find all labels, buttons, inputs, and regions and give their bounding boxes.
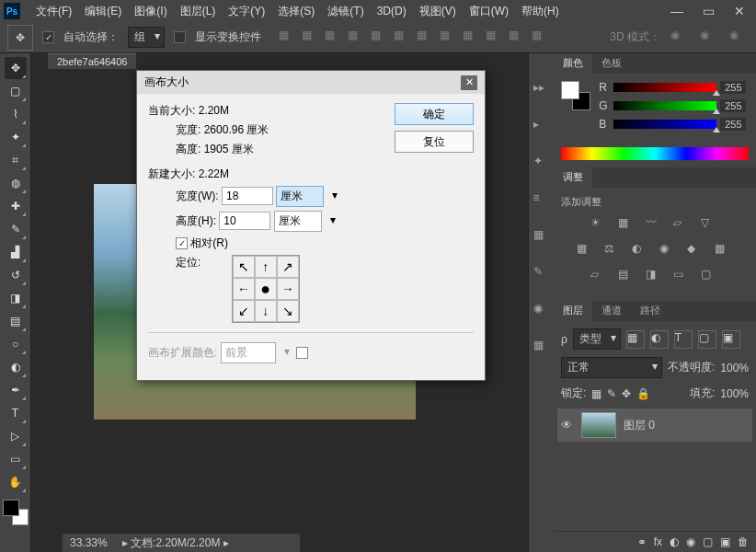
crop-tool[interactable]: ⌗ xyxy=(5,149,27,171)
menu-item[interactable]: 图层(L) xyxy=(174,5,223,17)
dialog-close-button[interactable]: ✕ xyxy=(461,75,477,90)
align-icon[interactable]: ▦ xyxy=(393,28,413,48)
opacity-value[interactable]: 100% xyxy=(720,362,749,374)
layer-thumbnail[interactable] xyxy=(581,412,616,438)
tab-channels[interactable]: 通道 xyxy=(592,301,631,321)
menu-item[interactable]: 编辑(E) xyxy=(78,5,128,17)
mode-3d-icon[interactable]: ◉ xyxy=(670,28,690,48)
align-icon[interactable]: ▦ xyxy=(439,28,459,48)
color-swatch[interactable] xyxy=(3,500,29,525)
photo-filter-icon[interactable]: ◉ xyxy=(659,242,678,260)
tab-paths[interactable]: 路径 xyxy=(631,301,670,321)
width-input[interactable] xyxy=(222,187,273,205)
b-value[interactable]: 255 xyxy=(720,118,746,131)
selective-icon[interactable]: ▢ xyxy=(701,268,719,286)
relative-checkbox[interactable] xyxy=(176,237,188,249)
auto-select-dropdown[interactable]: 组 xyxy=(128,27,165,48)
type-tool[interactable]: T xyxy=(5,402,27,424)
anchor-n[interactable]: ↑ xyxy=(255,256,277,278)
char-icon[interactable]: ✦ xyxy=(533,155,550,171)
group-icon[interactable]: ▢ xyxy=(703,535,713,548)
close-button[interactable]: ✕ xyxy=(727,3,752,19)
reset-button[interactable]: 复位 xyxy=(395,131,474,153)
width-unit-dropdown[interactable]: 厘米 xyxy=(276,186,324,207)
align-icon[interactable]: ▦ xyxy=(416,28,436,48)
height-unit-dropdown[interactable]: 厘米 xyxy=(274,211,322,232)
anchor-sw[interactable]: ↙ xyxy=(233,300,255,322)
dialog-titlebar[interactable]: 画布大小 ✕ xyxy=(137,71,485,94)
align-icon[interactable]: ▦ xyxy=(508,28,528,48)
r-slider[interactable] xyxy=(613,83,716,92)
hue-icon[interactable]: ▦ xyxy=(577,242,595,260)
align-icon[interactable]: ▦ xyxy=(531,28,551,48)
gradient-tool[interactable]: ▤ xyxy=(5,310,27,332)
align-icon[interactable]: ▦ xyxy=(462,28,482,48)
marquee-tool[interactable]: ▢ xyxy=(5,80,27,102)
ok-button[interactable]: 确定 xyxy=(395,103,474,125)
posterize-icon[interactable]: ▤ xyxy=(618,268,636,286)
fill-value[interactable]: 100% xyxy=(720,387,749,400)
vibrance-icon[interactable]: ▽ xyxy=(701,216,719,235)
height-input[interactable] xyxy=(219,212,270,230)
eyedropper-tool[interactable]: ◍ xyxy=(5,172,27,194)
eraser-tool[interactable]: ◨ xyxy=(5,287,27,309)
anchor-w[interactable]: ← xyxy=(233,278,255,300)
fg-bg-swatch[interactable] xyxy=(561,81,590,110)
hand-tool[interactable]: ✋ xyxy=(5,471,27,493)
dodge-tool[interactable]: ◐ xyxy=(5,356,27,378)
filter-shape-icon[interactable]: ▢ xyxy=(698,330,716,349)
gradient-map-icon[interactable]: ▭ xyxy=(673,268,692,286)
fill-adj-icon[interactable]: ◉ xyxy=(686,535,695,548)
heal-tool[interactable]: ✚ xyxy=(5,195,27,217)
filter-adjust-icon[interactable]: ◐ xyxy=(650,330,669,349)
transform-controls-checkbox[interactable] xyxy=(174,31,186,43)
pen-tool[interactable]: ✒ xyxy=(5,379,27,401)
brightness-icon[interactable]: ☀ xyxy=(590,216,609,235)
swatches-icon[interactable]: ▦ xyxy=(533,228,550,245)
invert-icon[interactable]: ▱ xyxy=(590,268,609,286)
exposure-icon[interactable]: ▱ xyxy=(673,216,692,235)
info-icon[interactable]: ▦ xyxy=(533,339,550,355)
menu-item[interactable]: 窗口(W) xyxy=(463,5,515,17)
layer-row[interactable]: 👁 图层 0 xyxy=(557,408,752,442)
brush-tool[interactable]: ✎ xyxy=(5,218,27,240)
new-layer-icon[interactable]: ▣ xyxy=(720,535,730,548)
anchor-se[interactable]: ↘ xyxy=(277,300,299,322)
auto-select-checkbox[interactable] xyxy=(42,31,54,43)
properties-icon[interactable]: ▸ xyxy=(533,118,550,134)
tab-layers[interactable]: 图层 xyxy=(554,301,592,321)
document-tab[interactable]: 2befe7a646406 xyxy=(48,53,136,69)
lock-paint-icon[interactable]: ✎ xyxy=(607,387,616,400)
anchor-s[interactable]: ↓ xyxy=(255,300,277,322)
threshold-icon[interactable]: ◨ xyxy=(646,268,664,286)
align-icon[interactable]: ▦ xyxy=(278,28,298,48)
visibility-icon[interactable]: 👁 xyxy=(561,419,574,431)
align-icon[interactable]: ▦ xyxy=(324,28,344,48)
minimize-button[interactable]: — xyxy=(664,3,690,19)
g-slider[interactable] xyxy=(613,101,716,110)
anchor-grid[interactable]: ↖↑↗ ←●→ ↙↓↘ xyxy=(232,255,300,323)
tab-adjustments[interactable]: 调整 xyxy=(554,167,592,188)
link-icon[interactable]: ⚭ xyxy=(637,535,647,548)
anchor-e[interactable]: → xyxy=(277,278,299,300)
anchor-center[interactable]: ● xyxy=(255,278,277,300)
lock-move-icon[interactable]: ✥ xyxy=(622,387,631,400)
fx-icon[interactable]: fx xyxy=(654,535,662,548)
move-tool[interactable]: ✥ xyxy=(5,57,27,79)
b-slider[interactable] xyxy=(613,120,716,129)
channel-mixer-icon[interactable]: ◆ xyxy=(687,242,705,260)
filter-kind-dropdown[interactable]: 类型 xyxy=(573,328,621,350)
tab-swatches[interactable]: 色板 xyxy=(592,53,631,74)
g-value[interactable]: 255 xyxy=(720,99,746,112)
history-brush-tool[interactable]: ↺ xyxy=(5,264,27,286)
anchor-nw[interactable]: ↖ xyxy=(233,256,255,278)
bw-icon[interactable]: ◐ xyxy=(632,242,650,260)
menu-item[interactable]: 图像(I) xyxy=(128,5,173,17)
menu-item[interactable]: 选择(S) xyxy=(271,5,321,17)
menu-item[interactable]: 3D(D) xyxy=(371,5,413,17)
align-icon[interactable]: ▦ xyxy=(301,28,321,48)
menu-item[interactable]: 视图(V) xyxy=(413,5,463,17)
mode-3d-icon[interactable]: ◉ xyxy=(699,28,719,48)
extension-color-dropdown[interactable]: 前景 xyxy=(221,342,276,363)
extension-color-swatch[interactable] xyxy=(296,347,308,359)
